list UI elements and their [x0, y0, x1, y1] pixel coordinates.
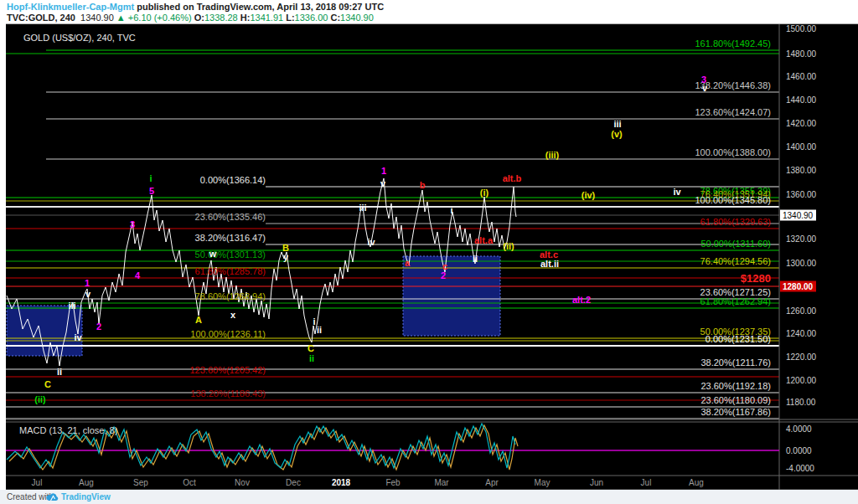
- time-axis-label: 2018: [332, 478, 350, 487]
- wave-label: 1: [381, 167, 386, 176]
- wave-label: alt.2: [572, 296, 591, 305]
- publish-line: Hopf-Klinkmueller-Cap-Mgmt published on …: [7, 2, 384, 12]
- price-axis-tick: 1360.00: [786, 190, 816, 199]
- fib-level-label: 100.00%(1236.11): [190, 330, 266, 339]
- chart-panel[interactable]: 161.80%(1492.45)138.20%(1446.38)123.60%(…: [6, 23, 858, 491]
- macd-axis-tick: 0.0000: [786, 446, 812, 455]
- wave-label: alt.ii: [540, 260, 559, 269]
- wave-label: (ii): [503, 242, 514, 251]
- high-value: 1341.91: [250, 13, 283, 23]
- fib-level-label: 38.20%(1167.86): [700, 408, 771, 417]
- tradingview-brand-link[interactable]: TradingView: [61, 492, 111, 501]
- wave-label: b: [420, 181, 426, 190]
- time-axis-label: Aug: [689, 478, 704, 487]
- chart-title: GOLD (US$/OZ), 240, TVC: [23, 33, 136, 43]
- price-axis-tick: 1380.00: [786, 166, 816, 175]
- price-axis-tick: 1320.00: [786, 234, 816, 244]
- wave-label: iv: [74, 333, 81, 342]
- fib-level-label: $1280: [741, 274, 771, 283]
- fib-level-label: 61.80%(1262.94): [700, 297, 771, 306]
- high-label: H:: [240, 13, 251, 23]
- fib-level-label: 23.60%(1335.46): [195, 213, 266, 222]
- close-value: 1340.90: [340, 13, 374, 23]
- time-axis-label: Sep: [133, 478, 148, 487]
- wave-label: 2: [96, 322, 101, 332]
- macd-axis-tick: -4.0000: [786, 464, 814, 473]
- highlight-box: [7, 306, 82, 356]
- price-axis-tick: 1420.00: [786, 119, 816, 128]
- time-axis-label: Apr: [485, 478, 499, 487]
- price-axis-tick: 1300.00: [786, 259, 816, 268]
- wave-label: v: [702, 84, 707, 93]
- time-axis-label: Oct: [183, 478, 196, 487]
- close-label: C:: [330, 13, 340, 23]
- low-value: 1336.00: [295, 13, 328, 23]
- header: Hopf-Klinkmueller-Cap-Mgmt published on …: [0, 0, 858, 23]
- fib-level-label: 0.00%(1231.50): [706, 335, 771, 344]
- macd-title: MACD (13, 21, close, 8): [19, 425, 117, 435]
- fib-level-label: 23.60%(1192.18): [700, 382, 771, 391]
- wave-label: iii: [359, 203, 366, 213]
- wave-label: i: [149, 174, 152, 183]
- wave-label: ii: [309, 354, 314, 363]
- wave-label: (v): [611, 130, 622, 139]
- price-axis-tick: 1400.00: [786, 142, 816, 152]
- wave-label: i: [450, 206, 452, 215]
- wave-label: A: [195, 316, 202, 325]
- wave-label: iv: [673, 188, 680, 197]
- time-axis-label: Jul: [641, 478, 652, 487]
- current-price-badge: 1340.90: [780, 210, 816, 221]
- time-axis-label: Feb: [385, 478, 400, 487]
- wave-label: alt.b: [503, 174, 522, 183]
- macd-axis-tick: 4.0000: [786, 424, 812, 434]
- fib-level-label: 50.00%(1311.60): [700, 239, 771, 249]
- footer: Created with TradingView: [0, 490, 858, 504]
- fib-level-label: 61.80%(1329.63): [700, 218, 771, 227]
- wave-label: 5: [149, 187, 154, 196]
- fib-level-label: 76.40%(1294.56): [700, 257, 771, 266]
- wave-label: (iii): [545, 151, 560, 160]
- fib-level-label: 38.20%(1316.47): [195, 234, 266, 243]
- wave-label: a: [405, 259, 410, 268]
- open-label: O:: [194, 13, 204, 23]
- wave-label: iv: [367, 238, 375, 247]
- wave-label: 1: [85, 279, 90, 288]
- tradingview-cloud-icon: [46, 492, 59, 501]
- wave-label: ii: [57, 368, 62, 377]
- time-axis-label: Aug: [79, 478, 94, 487]
- fib-level-label: 123.60%(1205.42): [189, 366, 266, 375]
- wave-label: 3: [130, 220, 135, 229]
- price-axis-tick: 1440.00: [786, 95, 816, 105]
- fib-level-label: 138.20%(1186.43): [190, 389, 266, 399]
- change-text: +6.10 (+0.46%): [128, 13, 192, 23]
- wave-label: ii: [317, 326, 322, 335]
- wave-label: 2: [441, 271, 446, 280]
- fib-level-label: 78.60%(1268.94): [195, 292, 266, 301]
- published-text: published on TradingView.com, April 13, …: [134, 2, 384, 12]
- author-link[interactable]: Hopf-Klinkmueller-Cap-Mgmt: [7, 2, 134, 12]
- wave-label: y: [283, 253, 288, 262]
- open-value: 1338.28: [204, 13, 238, 23]
- wave-label: v: [85, 290, 90, 299]
- wave-label: ii: [473, 255, 478, 264]
- time-axis-label: Dec: [286, 478, 301, 487]
- price-axis-tick: 1180.00: [786, 398, 815, 407]
- time-axis-label: Jul: [32, 478, 43, 487]
- time-axis-label: May: [535, 478, 550, 487]
- price-axis-tick: 1460.00: [786, 72, 816, 81]
- wave-label: v: [380, 179, 385, 188]
- last-price: 1340.90: [80, 13, 114, 23]
- symbol-text: TVC:GOLD, 240: [7, 13, 75, 23]
- wave-label: C: [308, 344, 314, 353]
- tradingview-snapshot: Hopf-Klinkmueller-Cap-Mgmt published on …: [0, 0, 858, 504]
- time-axis-label: Jun: [590, 478, 603, 487]
- wave-label: C: [44, 380, 51, 389]
- time-axis-label: Mar: [434, 478, 448, 487]
- wave-label: iii: [613, 120, 621, 129]
- fib-level-label: 100.00%(1388.00): [695, 148, 771, 157]
- price-axis-tick: 1220.00: [786, 352, 816, 362]
- fib-level-label: 23.60%(1180.09): [700, 396, 771, 405]
- wave-label: (i): [480, 188, 488, 198]
- price-axis-tick: 1500.00: [786, 24, 816, 33]
- price-axis-tick: 1260.00: [786, 306, 816, 316]
